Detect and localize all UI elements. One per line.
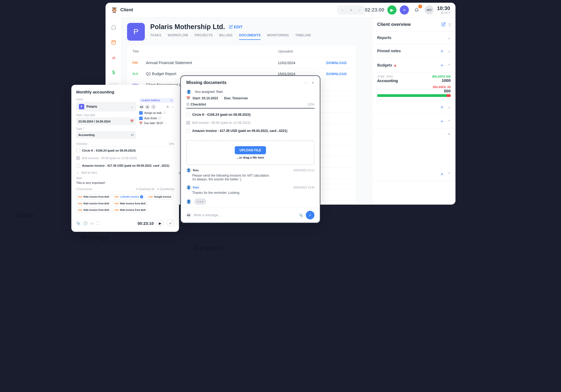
- manage-modal: Monthly accounting Client PPolaris⌄ Star…: [71, 85, 179, 207]
- upload-zone[interactable]: UPLOAD FILE ...or drag a file here: [186, 140, 314, 165]
- owl-logo-icon: 🦉: [111, 7, 118, 13]
- request-check-item[interactable]: Amazon invoice - 417.39 USD (paid on 09.…: [186, 127, 314, 135]
- svg-rect-0: [112, 41, 115, 44]
- stats-icon[interactable]: [109, 52, 118, 62]
- overview-title: Client overview: [377, 22, 411, 27]
- section-pinned[interactable]: Pinned notes: [377, 49, 401, 53]
- checklist-item[interactable]: Amazon invoice - 417.39 USD (paid on 09.…: [76, 162, 174, 169]
- upload-button[interactable]: UPLOAD FILE: [235, 146, 266, 154]
- add-checklist-item[interactable]: ＋Add an item: [76, 169, 174, 177]
- nav-prev-button[interactable]: ‹: [338, 6, 346, 13]
- global-timer: 02:23:00: [365, 7, 384, 13]
- home-icon[interactable]: [109, 22, 118, 32]
- chevron-up-icon[interactable]: ⌃: [448, 172, 451, 176]
- pencil-icon[interactable]: ✎: [448, 132, 451, 136]
- download-button[interactable]: DOWNLOAD: [326, 72, 347, 76]
- table-row[interactable]: PDFAnnual Financial Statement12/01/2024D…: [127, 57, 356, 68]
- play-button[interactable]: ▶: [387, 5, 397, 15]
- request-modal: Missing documents ⋯✕ 👤Anu assigned: Rain…: [180, 75, 320, 207]
- more-icon[interactable]: ⋯: [304, 81, 308, 85]
- budget-progress: [377, 94, 451, 97]
- chevron-down-icon[interactable]: ⌄: [448, 49, 451, 53]
- client-name-row: Polaris Mothership Ltd. EDIT: [150, 23, 311, 31]
- request-title: Missing documents: [186, 80, 226, 85]
- tab-workflow[interactable]: WORKFLOW: [168, 33, 188, 40]
- doc-chip[interactable]: PDF Ride invoice from Bolt: [76, 201, 111, 206]
- add-icon[interactable]: ＋: [440, 171, 444, 177]
- nav-list-button[interactable]: ≡: [347, 6, 355, 13]
- doc-chip[interactable]: PDF Google invoice: [147, 194, 173, 200]
- client-name: Polaris Mothership Ltd.: [150, 23, 225, 31]
- close-icon[interactable]: ×: [171, 99, 172, 102]
- notifications-button[interactable]: 2: [412, 5, 421, 15]
- tab-timeline[interactable]: TIMELINE: [295, 33, 311, 40]
- overview-edit-icon[interactable]: [441, 22, 446, 27]
- col-uploaded[interactable]: Uploaded: [278, 49, 326, 53]
- clock: 10:30 20 OCT: [437, 6, 450, 14]
- nav-arrows: ‹ ≡ ›: [337, 5, 365, 15]
- col-title[interactable]: Title: [132, 49, 278, 53]
- add-icon[interactable]: ＋: [440, 104, 444, 110]
- chevron-up-icon[interactable]: ⌃: [448, 63, 451, 67]
- overview-panel: Client overview ▯ Reports ⌄ Pinned notes…: [372, 18, 455, 204]
- clock-time: 10:30: [437, 6, 450, 11]
- add-button[interactable]: ＋: [400, 5, 409, 15]
- close-icon[interactable]: ✕: [311, 81, 314, 85]
- tab-documents[interactable]: DOCUMENTS: [239, 33, 261, 40]
- doc-chip[interactable]: PDF LinkedIn invoice ×: [113, 194, 145, 200]
- client-portal-badge: CLIENT PORTAL×: [139, 98, 174, 103]
- doc-chip[interactable]: PDF Ride invoice from Bolt: [76, 194, 111, 200]
- add-member-icon[interactable]: +: [151, 104, 156, 109]
- add-icon[interactable]: ＋: [440, 118, 444, 124]
- money-icon[interactable]: [109, 68, 118, 77]
- chevron-down-icon[interactable]: ⌄: [448, 105, 451, 109]
- topic-input[interactable]: Accounting🏷: [76, 131, 136, 139]
- checklist-item[interactable]: ✓Bolt invoices - €8.90 (paid on 12.09.20…: [76, 154, 174, 162]
- tab-tasks[interactable]: TASKS: [150, 33, 161, 40]
- add-budget-button[interactable]: ＋: [440, 62, 444, 68]
- calendar-icon[interactable]: [109, 37, 118, 47]
- date-input[interactable]: 23.09.2024 / 24.09.2024📅: [76, 117, 136, 125]
- tab-monitoring[interactable]: MONITORING: [267, 33, 289, 40]
- overview-collapse-icon[interactable]: ▯: [448, 22, 451, 27]
- tab-billing[interactable]: BILLING: [219, 33, 233, 40]
- section-reports[interactable]: Reports: [377, 36, 391, 40]
- manage-title: Monthly accounting: [76, 90, 174, 94]
- chevron-up-icon[interactable]: ⌃: [448, 119, 451, 123]
- chevron-down-icon[interactable]: ⌄: [448, 36, 451, 40]
- request-check-item[interactable]: Circle K - €106.24 (paid on 08.09.2023): [186, 111, 314, 119]
- client-select[interactable]: PPolaris⌄: [76, 102, 136, 111]
- nav-next-button[interactable]: ›: [356, 6, 364, 13]
- clock-date: 20 OCT: [437, 11, 450, 14]
- topbar: 🦉 Client ‹ ≡ › 02:23:00 ▶ ＋ 2 MO 10:30 2…: [106, 3, 455, 18]
- add-pinned-button[interactable]: ＋: [440, 48, 444, 54]
- download-button[interactable]: DOWNLOAD: [326, 61, 347, 65]
- notification-badge: 2: [418, 5, 422, 8]
- checklist-item[interactable]: Circle K - €106.24 (paid on 08.09.2023): [76, 147, 174, 154]
- client-avatar: P: [127, 23, 145, 41]
- doc-chip[interactable]: PDF Ride invoice from Bolt: [113, 201, 148, 206]
- app-title: Client: [120, 7, 133, 13]
- tab-projects[interactable]: PROJECTS: [195, 33, 213, 40]
- tabs: TASKSWORKFLOWPROJECTSBILLINGDOCUMENTSMON…: [150, 33, 311, 40]
- request-check-item[interactable]: ✓Bolt invoice - €8.90 (paid on 12.09.202…: [186, 119, 314, 127]
- edit-button[interactable]: EDIT: [229, 25, 243, 29]
- user-avatar[interactable]: MO: [425, 5, 434, 15]
- section-budgets[interactable]: Budgets ▲: [377, 63, 397, 67]
